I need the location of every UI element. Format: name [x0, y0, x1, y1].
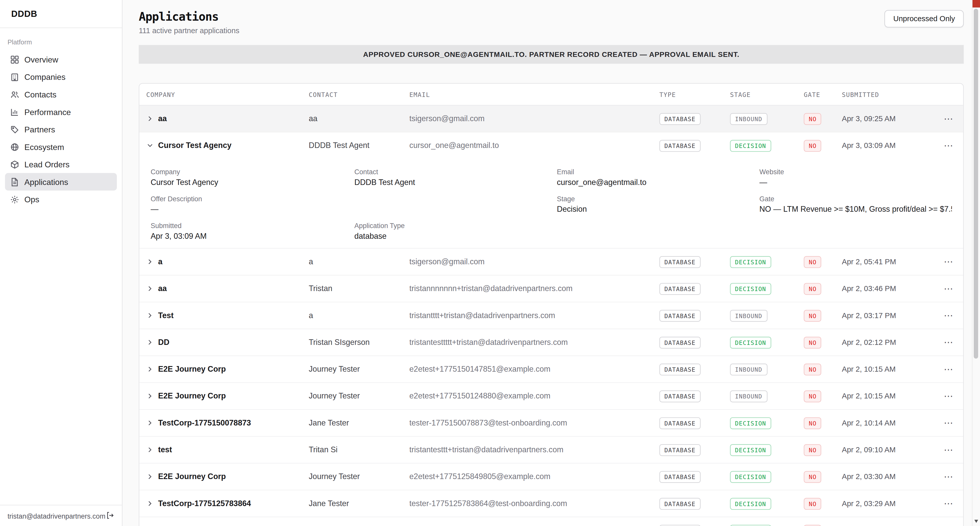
sidebar-item-ecosystem[interactable]: Ecosystem — [5, 138, 117, 156]
ellipsis-icon: ⋯ — [944, 524, 953, 526]
gate-badge: NO — [803, 364, 821, 375]
actions-cell: ⋯ — [934, 443, 957, 457]
chevron-right-icon[interactable] — [146, 500, 154, 507]
table-row[interactable]: E2E Journey Corp Journey Tester e2etest+… — [139, 356, 963, 383]
submitted-cell: Apr 2, 10:15 AM — [842, 365, 934, 373]
sidebar-item-performance[interactable]: Performance — [5, 103, 117, 121]
detail-field-label: Offer Description — [151, 195, 354, 202]
detail-field-company: CompanyCursor Test Agency — [151, 168, 354, 187]
logout-icon[interactable] — [105, 511, 115, 520]
email-cell: tester-1775150078873@test-onboarding.com — [409, 419, 659, 427]
chevron-right-icon[interactable] — [146, 312, 154, 319]
row-actions-button[interactable]: ⋯ — [940, 469, 957, 484]
column-header-email: EMAIL — [409, 91, 659, 98]
table-row[interactable]: Cursor Test Agency DDDB Test Agent curso… — [139, 132, 963, 159]
gate-badge: NO — [803, 283, 821, 295]
row-actions-button[interactable]: ⋯ — [940, 496, 957, 511]
detail-field-value: Cursor Test Agency — [151, 178, 354, 187]
file-text-icon — [10, 177, 19, 186]
stage-badge: DECISION — [730, 444, 771, 456]
row-actions-button[interactable]: ⋯ — [940, 335, 957, 350]
chevron-right-icon[interactable] — [146, 473, 154, 480]
table-row[interactable]: a a tsigerson@gmail.com DATABASE DECISIO… — [139, 249, 963, 275]
row-actions-button[interactable]: ⋯ — [940, 254, 957, 269]
table-row[interactable]: E2E Journey Corp Journey Tester e2etest+… — [139, 383, 963, 410]
submitted-cell: Apr 2, 05:41 PM — [842, 257, 934, 266]
ellipsis-icon: ⋯ — [944, 140, 953, 151]
row-actions-button[interactable]: ⋯ — [940, 362, 957, 376]
type-badge: DATABASE — [659, 364, 700, 375]
contact-cell: Tristan — [309, 284, 409, 293]
company-name: aa — [158, 284, 167, 293]
scrollbar-thumb[interactable] — [974, 9, 978, 358]
sidebar-item-partners[interactable]: Partners — [5, 121, 117, 138]
row-actions-button[interactable]: ⋯ — [940, 523, 957, 526]
row-actions-button[interactable]: ⋯ — [940, 308, 957, 323]
detail-field-value: — — [759, 178, 952, 187]
chevron-right-icon[interactable] — [146, 393, 154, 400]
gate-badge: NO — [803, 417, 821, 429]
applications-table: COMPANY CONTACT EMAIL TYPE STAGE GATE SU… — [139, 83, 964, 526]
type-cell: DATABASE — [659, 470, 730, 483]
sidebar-item-contacts[interactable]: Contacts — [5, 86, 117, 103]
scrollbar[interactable] — [972, 0, 980, 526]
brand-logo[interactable]: DDDB — [0, 0, 122, 28]
table-row[interactable]: TestCorp-1775125783864 Jane Tester teste… — [139, 490, 963, 517]
company-cell: E2E Journey Corp — [146, 472, 309, 481]
application-detail-panel: CompanyCursor Test AgencyContactDDDB Tes… — [139, 159, 963, 249]
gate-cell: NO — [803, 416, 842, 429]
gate-cell: NO — [803, 282, 842, 295]
chevron-right-icon[interactable] — [146, 365, 154, 373]
sidebar-item-companies[interactable]: Companies — [5, 68, 117, 86]
sidebar-item-ops[interactable]: Ops — [5, 191, 117, 208]
row-actions-button[interactable]: ⋯ — [940, 138, 957, 153]
chevron-right-icon[interactable] — [146, 446, 154, 454]
sidebar-item-applications[interactable]: Applications — [5, 173, 117, 191]
stage-cell: DECISION — [730, 497, 803, 510]
company-name: E2E Journey Corp — [158, 365, 226, 373]
ellipsis-icon: ⋯ — [944, 310, 953, 321]
type-cell: DATABASE — [659, 416, 730, 429]
sidebar-item-lead-orders[interactable]: Lead Orders — [5, 156, 117, 173]
chevron-right-icon[interactable] — [146, 115, 154, 122]
stage-cell: DECISION — [730, 524, 803, 526]
table-row[interactable]: test Tritan Si tristantesttt+tristan@dat… — [139, 437, 963, 464]
table-row[interactable]: TestCorp-1775125586850 Jane Tester teste… — [139, 517, 963, 526]
stage-badge: DECISION — [730, 337, 771, 349]
table-row[interactable]: E2E Journey Corp Journey Tester e2etest+… — [139, 464, 963, 490]
sidebar-item-overview[interactable]: Overview — [5, 51, 117, 68]
detail-field-label: Email — [557, 168, 759, 175]
table-row[interactable]: TestCorp-1775150078873 Jane Tester teste… — [139, 410, 963, 437]
company-name: Cursor Test Agency — [158, 141, 231, 150]
chevron-down-icon[interactable] — [146, 142, 154, 149]
row-actions-button[interactable]: ⋯ — [940, 281, 957, 296]
scroll-up-button[interactable] — [973, 0, 980, 7]
table-row[interactable]: aa aa tsigerson@gmail.com DATABASE INBOU… — [139, 106, 963, 132]
page-title: Applications — [139, 10, 239, 23]
row-actions-button[interactable]: ⋯ — [940, 111, 957, 126]
chevron-right-icon[interactable] — [146, 419, 154, 426]
type-cell: DATABASE — [659, 139, 730, 152]
row-actions-button[interactable]: ⋯ — [940, 416, 957, 430]
actions-cell: ⋯ — [934, 523, 957, 526]
scroll-down-button[interactable] — [973, 517, 980, 525]
row-actions-button[interactable]: ⋯ — [940, 443, 957, 457]
type-cell: DATABASE — [659, 113, 730, 125]
gate-cell: NO — [803, 309, 842, 322]
chevron-right-icon[interactable] — [146, 285, 154, 292]
table-row[interactable]: Test a tristantttt+tristan@datadrivenpar… — [139, 302, 963, 329]
stage-badge: DECISION — [730, 471, 771, 483]
chevron-right-icon[interactable] — [146, 258, 154, 265]
type-cell: DATABASE — [659, 309, 730, 322]
row-actions-button[interactable]: ⋯ — [940, 389, 957, 403]
type-cell: DATABASE — [659, 524, 730, 526]
type-badge: DATABASE — [659, 391, 700, 402]
detail-field-value: DDDB Test Agent — [355, 178, 557, 187]
ellipsis-icon: ⋯ — [944, 470, 953, 482]
chevron-right-icon[interactable] — [146, 338, 154, 346]
type-badge: DATABASE — [659, 113, 700, 125]
table-row[interactable]: aa Tristan tristannnnnnn+tristan@datadri… — [139, 275, 963, 302]
table-row[interactable]: DD Tristan SIsgerson tristantesttttt+tri… — [139, 329, 963, 356]
unprocessed-only-button[interactable]: Unprocessed Only — [885, 10, 964, 27]
gate-badge: NO — [803, 471, 821, 483]
